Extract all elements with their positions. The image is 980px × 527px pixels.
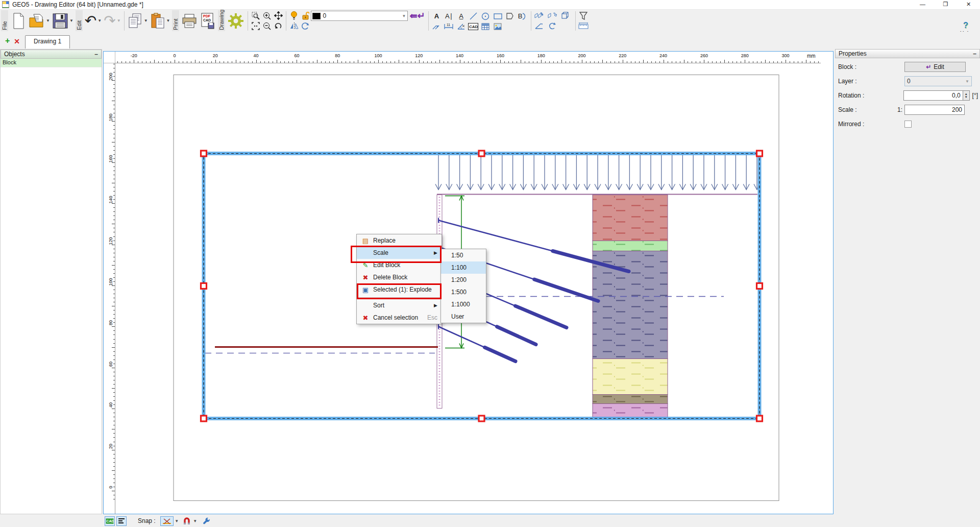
ruler-settings-button[interactable]	[578, 21, 589, 31]
selection-handle[interactable]	[201, 283, 207, 289]
measure-button[interactable]	[431, 21, 442, 32]
selection-handle[interactable]	[757, 151, 763, 156]
minimize-button[interactable]: —	[911, 0, 934, 10]
open-dropdown[interactable]: ▼	[46, 18, 50, 23]
zoom-in-button[interactable]	[261, 11, 273, 21]
menu-item-replace[interactable]: ▤Replace	[357, 234, 442, 247]
add-rectangle-button[interactable]	[492, 11, 503, 21]
drawing-menu[interactable]: Drawing	[218, 10, 225, 31]
menu-item-edit-block[interactable]: ✎Edit Block	[357, 259, 442, 271]
rotate-copy-button[interactable]	[547, 21, 558, 31]
scale-option-1-100[interactable]: 1:100	[441, 261, 486, 274]
save-button[interactable]: ▼	[52, 11, 74, 31]
close-drawing-button[interactable]: ✕	[14, 37, 20, 45]
maximize-button[interactable]: ❒	[934, 0, 957, 10]
magnet-button[interactable]	[182, 516, 192, 526]
copy-button[interactable]: ▼	[127, 11, 149, 31]
snap-settings-button[interactable]	[202, 516, 212, 526]
export-pdf-cad-button[interactable]: PDF CAD	[199, 11, 216, 31]
new-file-button[interactable]	[10, 11, 27, 31]
mirrored-checkbox[interactable]	[904, 121, 912, 128]
file-menu[interactable]: File	[1, 10, 8, 31]
settings-button[interactable]	[227, 11, 245, 31]
layer-dropdown[interactable]: 0 ▼	[904, 76, 972, 86]
selection-handle[interactable]	[201, 151, 207, 156]
zoom-all-button[interactable]	[250, 21, 261, 31]
scale-option-user[interactable]: User	[441, 310, 486, 323]
angle-dimension-button[interactable]	[455, 21, 467, 32]
add-circle-button[interactable]	[480, 11, 491, 21]
mirror-button[interactable]	[288, 21, 300, 31]
pen-combo-dropdown[interactable]: ▼	[402, 14, 408, 18]
print-menu[interactable]: Print	[172, 10, 179, 31]
properties-panel-title: Properties	[839, 50, 867, 57]
pen-style-combo[interactable]: 0 ▼	[311, 11, 408, 21]
add-spline-button[interactable]: B	[517, 11, 528, 21]
scale-option-1-1000[interactable]: 1:1000	[441, 298, 486, 310]
zoom-out-button[interactable]	[261, 21, 273, 31]
add-polygon-button[interactable]	[504, 11, 516, 21]
zoom-window-button[interactable]	[250, 11, 261, 21]
save-dropdown[interactable]: ▼	[69, 18, 74, 23]
object-item-block[interactable]: Block	[1, 59, 102, 67]
scale-option-1-500[interactable]: 1:500	[441, 286, 486, 298]
scale-input[interactable]: 200	[904, 105, 965, 115]
snap-dropdown[interactable]: ▼	[174, 516, 180, 526]
visibility-button[interactable]	[288, 10, 300, 20]
previous-view-button[interactable]	[273, 21, 284, 31]
properties-panel-minimize[interactable]: –	[973, 50, 976, 57]
selection-handle[interactable]	[757, 283, 763, 289]
paste-dropdown[interactable]: ▼	[166, 18, 170, 23]
list-toggle[interactable]	[116, 516, 127, 526]
rotation-input[interactable]: 0,0	[903, 90, 963, 101]
insert-table-button[interactable]	[480, 21, 491, 32]
undo-button[interactable]: ↶ ▼	[84, 11, 102, 31]
filter-button[interactable]	[578, 11, 589, 21]
edit-menu[interactable]: Edit	[76, 10, 83, 31]
rotation-spinner[interactable]: ▲▼	[963, 90, 970, 101]
objects-panel-minimize[interactable]: –	[94, 51, 98, 58]
redo-button[interactable]: ↷ ▼	[103, 11, 121, 31]
insert-image-button[interactable]	[492, 21, 503, 32]
rotate-button[interactable]	[300, 21, 311, 31]
add-text-button[interactable]: A	[431, 11, 442, 21]
menu-item-sort[interactable]: Sort▶	[357, 299, 442, 312]
load-block-icon	[548, 12, 557, 20]
selection-handle[interactable]	[201, 416, 207, 421]
edit-text-button[interactable]: A̲	[455, 11, 467, 21]
snap-mode-button[interactable]	[160, 516, 174, 526]
selection-handle[interactable]	[479, 151, 484, 156]
lock-button[interactable]	[300, 10, 311, 20]
scale-option-1-200[interactable]: 1:200	[441, 274, 486, 286]
add-multitext-button[interactable]: A∣	[443, 11, 454, 21]
close-button[interactable]: ✕	[957, 0, 980, 10]
copy-dropdown[interactable]: ▼	[144, 18, 148, 23]
cad-coords-toggle[interactable]: CAD	[105, 516, 115, 526]
menu-item-selected-1-explode[interactable]: ▣Selected (1): Explode	[357, 283, 442, 296]
selection-handle[interactable]	[757, 416, 763, 421]
explode-block-button[interactable]	[560, 11, 571, 21]
selection-handle[interactable]	[479, 416, 484, 421]
insert-block-button[interactable]: ⇚↵	[408, 10, 426, 22]
menu-item-scale[interactable]: Scale▶	[357, 247, 442, 259]
edit-block-icon: ✎	[360, 261, 371, 269]
add-line-button[interactable]	[468, 11, 479, 21]
undo-dropdown[interactable]: ▼	[97, 18, 102, 23]
tab-drawing-1[interactable]: Drawing 1	[25, 35, 70, 49]
mirror-copy-button[interactable]	[533, 21, 545, 31]
magnet-dropdown[interactable]: ▼	[192, 516, 199, 526]
menu-item-cancel-selection[interactable]: ✖Cancel selectionEsc	[357, 312, 442, 324]
open-file-button[interactable]: ▼	[28, 11, 51, 31]
block-context-menu: ▤ReplaceScale▶✎Edit Block✖Delete Block▣S…	[356, 234, 442, 324]
print-button[interactable]	[181, 11, 198, 31]
import-cad-button[interactable]: CAD	[468, 21, 479, 32]
add-drawing-button[interactable]: +	[5, 36, 10, 45]
save-block-button[interactable]	[533, 11, 545, 21]
pan-button[interactable]	[273, 11, 284, 21]
block-edit-button[interactable]: ↵ Edit	[904, 62, 966, 72]
menu-item-delete-block[interactable]: ✖Delete Block	[357, 271, 442, 283]
dimension-button[interactable]: 11	[443, 21, 454, 32]
paste-button[interactable]: ▼	[150, 11, 171, 31]
scale-option-1-50[interactable]: 1:50	[441, 249, 486, 261]
load-block-button[interactable]	[547, 11, 558, 21]
